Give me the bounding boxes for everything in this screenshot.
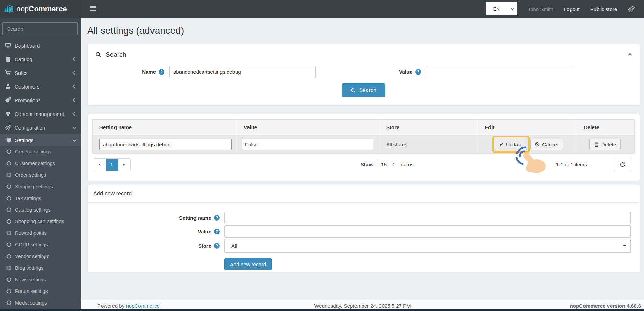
chevron-left-icon (72, 57, 76, 61)
help-icon[interactable]: ? (214, 243, 220, 249)
monitor-icon (4, 43, 12, 48)
show-label: Show (361, 162, 374, 167)
search-value-input[interactable] (426, 66, 572, 78)
sidebar-item-catalog[interactable]: Catalog (0, 52, 81, 66)
book-icon (4, 56, 12, 62)
value-label: Value (399, 69, 412, 75)
store-select[interactable]: All (224, 239, 631, 253)
settings-table-panel: Setting name Value Store Edit Delete All… (87, 114, 640, 181)
help-icon[interactable]: ? (159, 69, 164, 75)
page-number-1[interactable]: 1 (106, 159, 118, 171)
setting-name-label: Setting name (179, 215, 211, 221)
circle-icon (5, 173, 12, 177)
help-icon[interactable]: ? (214, 229, 220, 234)
nopcommerce-link[interactable]: nopCommerce (126, 303, 159, 309)
row-setting-name-input[interactable] (99, 139, 232, 150)
configuration-submenu: Settings General settings Customer setti… (0, 134, 81, 309)
gears-icon (4, 125, 12, 130)
collapse-panel-button[interactable] (629, 52, 631, 58)
sidebar-item-dashboard[interactable]: Dashboard (0, 39, 81, 52)
spinner-icon: ▴▾ (393, 162, 395, 166)
sidebar-item-sales[interactable]: Sales (0, 66, 81, 80)
sidebar-item-general-settings[interactable]: General settings (0, 146, 81, 158)
chevron-left-icon (72, 84, 76, 88)
sidebar-item-content-management[interactable]: Content management (0, 107, 81, 121)
add-record-panel: Add new record Setting name ? Value ? St… (87, 185, 640, 273)
search-panel-title: Search (106, 51, 126, 58)
language-select[interactable]: EN (486, 2, 517, 15)
settings-table: Setting name Value Store Edit Delete All… (92, 119, 635, 154)
next-page-button[interactable]: ▸ (118, 159, 130, 171)
table-row-setting-name-cell (93, 135, 237, 153)
sidebar-item-news-settings[interactable]: News settings (0, 274, 81, 285)
update-button[interactable]: ✔ Update (495, 139, 527, 150)
sidebar-item-tax-settings[interactable]: Tax settings (0, 192, 81, 204)
new-value-input[interactable] (224, 225, 631, 238)
sidebar-item-settings[interactable]: Settings (0, 134, 81, 146)
help-icon[interactable]: ? (415, 69, 421, 75)
public-store-link[interactable]: Public store (590, 6, 617, 12)
chevron-left-icon (72, 98, 76, 102)
cancel-button[interactable]: Cancel (530, 139, 563, 150)
user-icon (4, 84, 12, 89)
pagination: ◂ 1 ▸ (93, 158, 131, 171)
delete-button[interactable]: Delete (589, 139, 621, 150)
sidebar-item-configuration[interactable]: Configuration (0, 121, 81, 134)
add-new-record-button[interactable]: Add new record (224, 258, 272, 270)
circle-icon (5, 161, 12, 166)
logout-link[interactable]: Logout (564, 6, 580, 12)
circle-icon (5, 207, 12, 212)
refresh-button[interactable] (614, 158, 631, 171)
sidebar-search-box (2, 22, 78, 35)
settings-gear-icon[interactable] (628, 6, 635, 12)
header-right-group: EN John Smith Logout Public store (486, 2, 644, 15)
footer-datetime: Wednesday, September 24, 2025 5:27 PM (314, 303, 411, 309)
search-panel: Search Name ? Value ? (87, 44, 640, 105)
table-row-store-cell: All stores (379, 135, 478, 153)
logo-dots-icon (4, 4, 13, 14)
circle-icon (5, 300, 12, 305)
circle-icon (5, 266, 12, 270)
sidebar-item-gdpr-settings[interactable]: GDPR settings (0, 239, 81, 251)
sidebar-item-order-settings[interactable]: Order settings (0, 169, 81, 181)
sidebar-item-reward-points[interactable]: Reward points (0, 227, 81, 239)
dot-circle-icon (5, 138, 12, 143)
row-value-input[interactable] (242, 139, 373, 150)
sidebar-item-vendor-settings[interactable]: Vendor settings (0, 251, 81, 262)
table-row-delete-cell: Delete (577, 135, 634, 153)
sidebar-item-forum-settings[interactable]: Forum settings (0, 285, 81, 297)
help-icon[interactable]: ? (214, 215, 220, 221)
sidebar-item-catalog-settings[interactable]: Catalog settings (0, 204, 81, 216)
sidebar-item-shopping-cart-settings[interactable]: Shopping cart settings (0, 216, 81, 227)
chevron-left-icon (72, 112, 76, 116)
sidebar-item-promotions[interactable]: Promotions (0, 93, 81, 107)
search-form: Name ? Value ? (88, 66, 640, 78)
user-name: John Smith (528, 6, 553, 12)
items-label: items (401, 162, 414, 167)
circle-icon (5, 242, 12, 247)
search-name-input[interactable] (169, 66, 316, 78)
brand-logo[interactable]: nopCommerce (0, 0, 81, 18)
sidebar-item-blog-settings[interactable]: Blog settings (0, 262, 81, 274)
footer-version: nopCommerce version 4.60.6 (570, 303, 644, 309)
sidebar-toggle-icon[interactable] (90, 6, 96, 11)
chevron-left-icon (72, 71, 76, 75)
brand-text: nopCommerce (16, 4, 67, 13)
sidebar-item-media-settings[interactable]: Media settings (0, 297, 81, 309)
prev-page-button[interactable]: ◂ (93, 159, 106, 171)
new-setting-name-input[interactable] (224, 212, 631, 224)
sidebar: Dashboard Catalog Sales Customers Promot… (0, 18, 81, 311)
sidebar-item-customers[interactable]: Customers (0, 80, 81, 93)
add-record-form: Setting name ? Value ? Store ? All (88, 203, 640, 270)
sidebar-search-input[interactable] (7, 26, 75, 32)
chevron-down-icon (623, 244, 626, 246)
bottom-edge-strip (0, 309, 644, 311)
tags-icon (4, 97, 12, 103)
sidebar-item-customer-settings[interactable]: Customer settings (0, 158, 81, 169)
search-button[interactable]: Search (342, 83, 385, 97)
page-size-select[interactable]: 15 ▴▾ (377, 159, 398, 170)
page-size-group: Show 15 ▴▾ items (361, 159, 413, 170)
table-row-edit-cell: ✔ Update Cancel (478, 135, 577, 153)
sidebar-item-shipping-settings[interactable]: Shipping settings (0, 181, 81, 192)
ban-icon (535, 142, 540, 147)
